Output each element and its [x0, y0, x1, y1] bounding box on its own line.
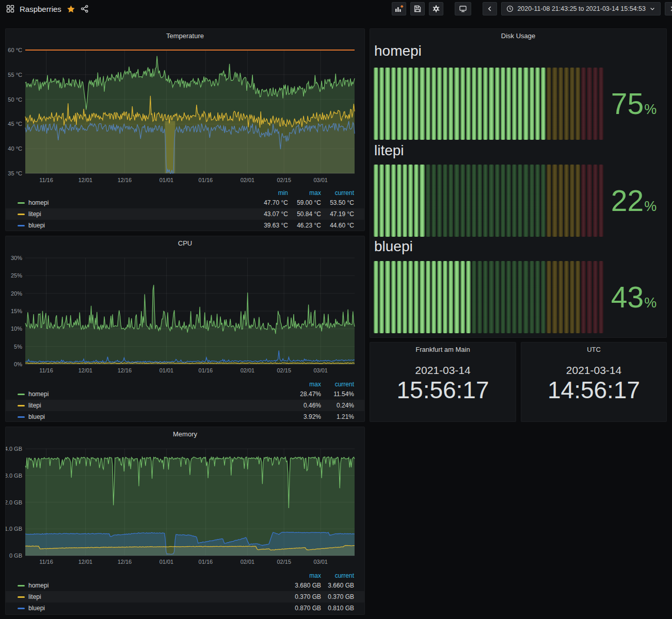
x-tick-label: 12/16 [118, 177, 132, 183]
gauge-cell [443, 165, 447, 237]
y-tick-label: 0 GB [9, 552, 22, 559]
y-tick-label: 0% [14, 361, 22, 367]
save-dashboard-button[interactable] [410, 2, 425, 15]
cpu-chart[interactable]: 0%5%10%15%20%25%30%11/1612/0112/1601/010… [6, 250, 364, 379]
x-tick-label: 11/16 [39, 177, 53, 183]
gauge-cell [523, 261, 528, 333]
legend-value: 43.07 °C [255, 210, 288, 218]
x-tick-label: 02/15 [277, 367, 292, 373]
gauge-cell [460, 165, 465, 237]
gauge-cell [483, 165, 488, 237]
x-tick-label: 03/01 [313, 367, 328, 373]
x-tick-label: 11/16 [39, 367, 53, 373]
gauge-cell [518, 68, 522, 140]
gauge-cell [599, 68, 603, 140]
gauge-cell [420, 68, 424, 140]
gauge-label-bluepi: bluepi [374, 238, 413, 255]
y-tick-label: 60 °C [8, 47, 22, 53]
time-forward-button[interactable] [665, 2, 672, 15]
cpu-plot[interactable]: 0%5%10%15%20%25%30%11/1612/0112/1601/010… [6, 250, 364, 379]
legend-series-homepi[interactable]: homepi [28, 199, 49, 206]
gauge-cell [570, 261, 574, 333]
legend-column-max[interactable]: max [288, 381, 321, 388]
legend-column-current[interactable]: current [321, 381, 354, 388]
panel-title-clock-frankfurt[interactable]: Frankfurt am Main [415, 346, 470, 353]
legend-series-homepi[interactable]: homepi [28, 390, 49, 398]
y-tick-label: 50 °C [8, 96, 22, 103]
y-tick-label: 35 °C [8, 170, 22, 176]
gauge-cell [477, 68, 482, 140]
series-color-dash [18, 416, 25, 418]
x-tick-label: 03/01 [313, 177, 328, 183]
time-range-picker[interactable]: 2020-11-08 21:43:25 to 2021-03-14 15:54:… [501, 2, 661, 15]
gauge-cell [506, 68, 511, 140]
gauge-cell [379, 261, 384, 333]
memory-chart[interactable]: 0 GB1.0 GB2.0 GB3.0 GB4.0 GB11/1612/0112… [6, 441, 364, 570]
temperature-legend: minmaxcurrenthomepi47.70 °C59.00 °C53.50… [6, 187, 364, 231]
legend-series-litepi[interactable]: litepi [28, 210, 41, 218]
tv-mode-button[interactable] [455, 2, 471, 15]
gauge-cell [547, 261, 551, 333]
legend-series-homepi[interactable]: homepi [28, 582, 49, 589]
gauge-cell [408, 68, 413, 140]
panel-title-memory[interactable]: Memory [173, 430, 197, 438]
gauge-cell [518, 261, 522, 333]
gauge-cell [535, 261, 540, 333]
gauge-cell [403, 261, 407, 333]
legend-column-max[interactable]: max [288, 572, 321, 579]
clock-date: 2021-03-14 [566, 364, 621, 377]
gauge-cell [564, 165, 569, 237]
gauge-cell [385, 261, 390, 333]
gauge-cell [437, 261, 442, 333]
gauge-cell [547, 68, 551, 140]
legend-series-bluepi[interactable]: bluepi [28, 605, 45, 612]
grafana-dashboard: Raspberries [0, 0, 672, 619]
temperature-chart[interactable]: 35 °C40 °C45 °C50 °C55 °C60 °C11/1612/01… [6, 42, 364, 187]
series-color-dash [18, 394, 25, 395]
panel-title-disk-usage[interactable]: Disk Usage [501, 32, 535, 40]
gauge-cell [449, 68, 453, 140]
gauge-cell [575, 165, 580, 237]
y-tick-label: 45 °C [8, 121, 22, 127]
gauge-cell [449, 165, 453, 237]
legend-column-current[interactable]: current [321, 572, 354, 579]
panel-memory: Memory 0 GB1.0 GB2.0 GB3.0 GB4.0 GB11/16… [5, 427, 365, 615]
legend-series-bluepi[interactable]: bluepi [28, 413, 45, 420]
panel-disk-usage: Disk Usage homepi 75% litepi 22% bluepi … [370, 28, 667, 338]
x-tick-label: 12/01 [78, 177, 93, 183]
gauge-cell [535, 165, 540, 237]
legend-column-current[interactable]: current [321, 189, 354, 197]
legend-value: 0.46% [288, 402, 321, 409]
x-tick-label: 12/01 [78, 367, 93, 373]
y-tick-label: 25% [11, 272, 22, 279]
legend-series-bluepi[interactable]: bluepi [28, 222, 45, 229]
dashboards-icon[interactable] [6, 5, 14, 13]
favorite-star-icon[interactable] [67, 5, 75, 13]
add-panel-button[interactable] [392, 2, 406, 15]
legend-column-max[interactable]: max [288, 189, 321, 197]
legend-value: 46.23 °C [288, 222, 321, 229]
legend-series-litepi[interactable]: litepi [28, 402, 41, 409]
panel-title-clock-utc[interactable]: UTC [587, 346, 601, 353]
legend-column-min[interactable]: min [255, 189, 288, 197]
dashboard-settings-button[interactable] [429, 2, 443, 15]
legend-value: 11.54% [321, 390, 354, 398]
gauge-value-homepi: 75% [603, 68, 664, 140]
y-tick-label: 55 °C [8, 72, 22, 78]
time-back-button[interactable] [483, 2, 497, 15]
panel-title-cpu[interactable]: CPU [178, 239, 192, 247]
gauge-cell [454, 165, 459, 237]
temperature-plot[interactable]: 35 °C40 °C45 °C50 °C55 °C60 °C11/1612/01… [6, 42, 364, 187]
panel-title-temperature[interactable]: Temperature [166, 32, 204, 40]
legend-series-litepi[interactable]: litepi [28, 593, 41, 600]
share-icon[interactable] [81, 5, 89, 13]
x-tick-label: 01/01 [159, 177, 174, 183]
gauge-bar-homepi [374, 68, 603, 140]
gauge-cell [558, 68, 563, 140]
x-tick-label: 12/16 [118, 559, 132, 565]
memory-plot[interactable]: 0 GB1.0 GB2.0 GB3.0 GB4.0 GB11/1612/0112… [6, 441, 364, 570]
gauge-cell [426, 165, 430, 237]
gauge-cell [483, 68, 488, 140]
gauge-cell [489, 261, 493, 333]
gauge-cell [535, 68, 540, 140]
